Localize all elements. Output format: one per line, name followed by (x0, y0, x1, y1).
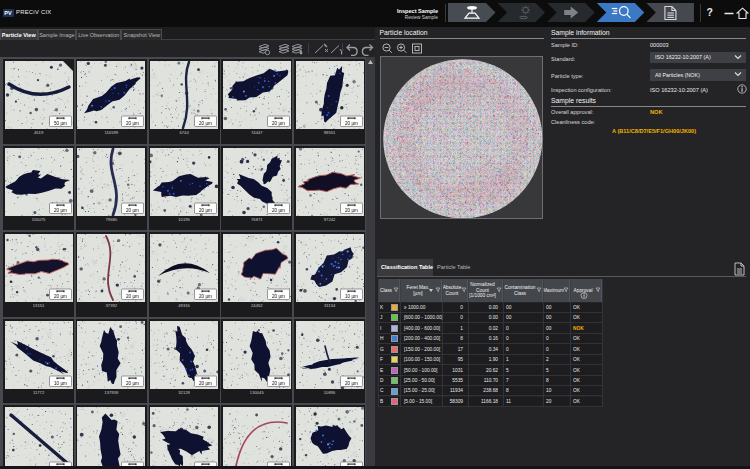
svg-text:20 µm: 20 µm (126, 380, 139, 385)
svg-text:20 µm: 20 µm (272, 207, 285, 212)
svg-text:20 µm: 20 µm (199, 207, 212, 212)
svg-text:20 µm: 20 µm (199, 294, 212, 299)
svg-text:20 µm: 20 µm (272, 121, 285, 126)
svg-text:50 µm: 50 µm (54, 121, 67, 126)
svg-text:20 µm: 20 µm (272, 380, 285, 385)
svg-text:20 µm: 20 µm (54, 294, 67, 299)
svg-text:20 µm: 20 µm (345, 207, 358, 212)
svg-text:10 µm: 10 µm (54, 380, 67, 385)
svg-text:20 µm: 20 µm (345, 121, 358, 126)
svg-text:10 µm: 10 µm (345, 294, 358, 299)
svg-text:20 µm: 20 µm (126, 207, 139, 212)
svg-text:20 µm: 20 µm (272, 294, 285, 299)
svg-text:20 µm: 20 µm (199, 121, 212, 126)
svg-text:20 µm: 20 µm (345, 380, 358, 385)
svg-text:20 µm: 20 µm (199, 380, 212, 385)
svg-text:20 µm: 20 µm (126, 294, 139, 299)
svg-text:20 µm: 20 µm (126, 121, 139, 126)
svg-text:20 µm: 20 µm (54, 207, 67, 212)
